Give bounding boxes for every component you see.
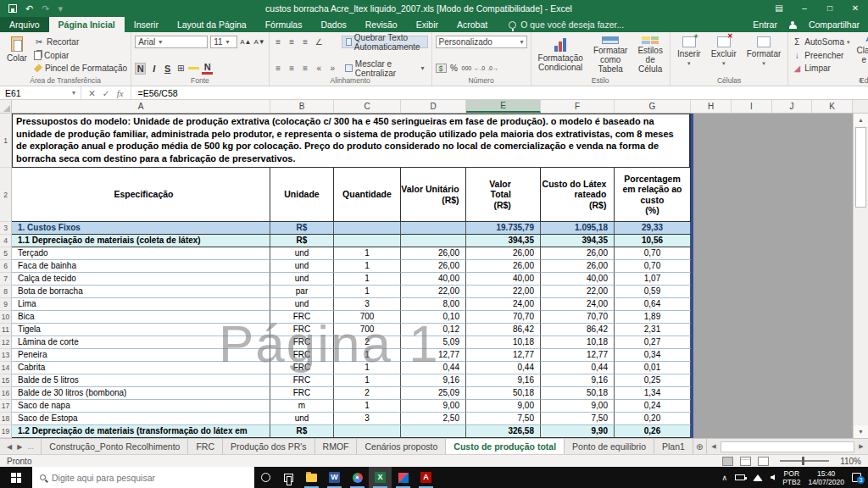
cell[interactable]: 22,00 — [401, 286, 466, 298]
align-left-icon[interactable]: ≡ — [273, 64, 284, 73]
cell[interactable]: 5,09 — [401, 336, 466, 349]
cell[interactable]: FRC — [270, 387, 334, 400]
sheet-tab[interactable]: Construção_Ponto Recolhimento — [41, 439, 188, 454]
share-button[interactable]: Compartilhar — [809, 19, 860, 30]
cell[interactable]: Tigela — [12, 324, 270, 336]
cell[interactable]: 50,18 — [466, 387, 541, 400]
cell[interactable]: FRC — [270, 362, 334, 374]
cell[interactable]: 29,33 — [615, 222, 691, 235]
cell[interactable]: 1 — [334, 273, 401, 286]
percent-format-icon[interactable]: % — [449, 64, 459, 73]
column-header[interactable]: F — [541, 100, 615, 113]
scrollbar-thumb[interactable] — [855, 127, 866, 208]
cut-button[interactable]: ✂ Recortar — [34, 36, 127, 48]
align-top-icon[interactable]: ≡ — [273, 37, 284, 47]
cell[interactable]: und — [270, 273, 334, 286]
cell[interactable]: 0,27 — [615, 336, 691, 349]
cell[interactable]: 0,44 — [401, 362, 466, 374]
row-number[interactable]: 8 — [0, 286, 12, 298]
cell[interactable]: Balde de 5 litros — [12, 374, 270, 387]
enter-icon[interactable]: ✓ — [103, 88, 110, 98]
row-number[interactable]: 2 — [0, 168, 12, 222]
cell[interactable]: 8,00 — [401, 298, 466, 311]
cell[interactable]: 86,42 — [541, 324, 615, 336]
cell[interactable]: 10,56 — [615, 235, 691, 247]
cell[interactable]: 9,90 — [541, 425, 615, 438]
cell[interactable]: 7,50 — [466, 413, 541, 425]
header-cell[interactable]: Unidade — [270, 168, 334, 222]
cell[interactable]: 40,00 — [401, 273, 466, 286]
cell[interactable]: 0,12 — [401, 324, 466, 336]
page-break-view-icon[interactable] — [758, 457, 769, 466]
cell[interactable]: R$ — [270, 235, 334, 247]
format-as-table-button[interactable]: Formatar como Tabela — [590, 35, 632, 75]
italic-button[interactable]: I — [148, 64, 159, 74]
cell[interactable]: 0,24 — [615, 400, 691, 413]
battery-icon[interactable] — [735, 474, 745, 480]
paste-button[interactable]: Colar — [3, 35, 31, 75]
zoom-thumb[interactable] — [802, 457, 804, 465]
number-format-combo[interactable]: Personalizado ▾ — [436, 36, 527, 48]
cell[interactable]: Cabrita — [12, 362, 270, 374]
cell[interactable]: und — [270, 260, 334, 273]
cell[interactable]: 22,00 — [466, 286, 541, 298]
cell[interactable]: 1,34 — [615, 387, 691, 400]
sheet-more-icon[interactable]: … — [27, 443, 34, 451]
header-cell[interactable]: Porcentagem em relação ao custo (%) — [615, 168, 691, 222]
tray-chevron-icon[interactable]: ∧ — [722, 474, 728, 482]
start-button[interactable] — [0, 467, 32, 488]
column-header[interactable]: E — [466, 100, 541, 113]
cell-styles-button[interactable]: Estilos de Célula — [634, 35, 665, 75]
cell[interactable]: 0,44 — [466, 362, 541, 374]
row-number[interactable]: 9 — [0, 298, 12, 311]
scroll-down-icon[interactable]: ▼ — [854, 425, 868, 438]
model-assumptions-cell[interactable]: Pressupostos do modelo: Unidade de produ… — [12, 114, 691, 168]
language-indicator[interactable]: POR PTB2 — [782, 469, 800, 486]
sheet-next-icon[interactable]: ▶ — [17, 443, 22, 451]
zoom-level[interactable]: 110% — [840, 457, 861, 466]
ribbon-tab[interactable]: Fórmulas — [256, 17, 312, 32]
cell[interactable]: Faca de bainha — [12, 260, 270, 273]
task-view-button[interactable] — [277, 467, 300, 488]
cell[interactable]: FRC — [270, 311, 334, 324]
cell[interactable]: 9,00 — [541, 400, 615, 413]
cortana-button[interactable] — [254, 467, 277, 488]
sheet-tab[interactable]: FRC — [188, 439, 223, 454]
row-number[interactable]: 17 — [0, 400, 12, 413]
sheet-tab[interactable]: RMOF — [315, 439, 358, 454]
ribbon-tab[interactable]: Inserir — [125, 17, 168, 32]
align-center-icon[interactable]: ≡ — [287, 64, 298, 73]
cell[interactable]: 700 — [334, 311, 401, 324]
file-explorer-button[interactable] — [300, 467, 323, 488]
sheet-tab[interactable]: Ponto de equilibrio — [565, 439, 654, 454]
cell[interactable]: 2 — [334, 336, 401, 349]
wrap-text-button[interactable]: Quebrar Texto Automaticamente — [342, 36, 428, 48]
row-number[interactable]: 6 — [0, 260, 12, 273]
copy-button[interactable]: Copiar — [34, 49, 127, 62]
cell[interactable]: 26,00 — [401, 247, 466, 260]
column-header[interactable]: B — [270, 100, 334, 113]
delete-cells-button[interactable]: Excluir ▾ — [708, 35, 740, 75]
hscrollbar-thumb[interactable] — [721, 441, 854, 452]
cell[interactable]: 1.1 Depreciação de materiais (coleta de … — [12, 235, 270, 247]
cell[interactable]: 0,59 — [615, 286, 691, 298]
maximize-icon[interactable]: □ — [817, 0, 843, 17]
cell[interactable]: 12,77 — [541, 349, 615, 362]
cell[interactable]: 9,00 — [401, 400, 466, 413]
row-number[interactable]: 10 — [0, 311, 12, 324]
column-header[interactable]: I — [732, 100, 772, 113]
cell[interactable]: 1 — [334, 247, 401, 260]
header-cell[interactable]: Quantidade — [334, 168, 401, 222]
ribbon-tab[interactable]: Acrobat — [448, 17, 497, 32]
autosum-button[interactable]: Σ AutoSoma ▾ — [792, 36, 849, 48]
row-number[interactable]: 14 — [0, 362, 12, 374]
column-header[interactable]: D — [401, 100, 466, 113]
fill-button[interactable]: ↓ Preencher — [792, 49, 849, 62]
excel-button[interactable]: X — [369, 467, 392, 488]
header-cell[interactable]: Valor Total (R$) — [466, 168, 541, 222]
column-header[interactable]: J — [772, 100, 812, 113]
cell[interactable]: 0,25 — [615, 374, 691, 387]
clear-button[interactable]: ◢ Limpar — [792, 62, 849, 75]
cell[interactable]: 2 — [334, 387, 401, 400]
acrobat-button[interactable]: A — [415, 467, 437, 488]
